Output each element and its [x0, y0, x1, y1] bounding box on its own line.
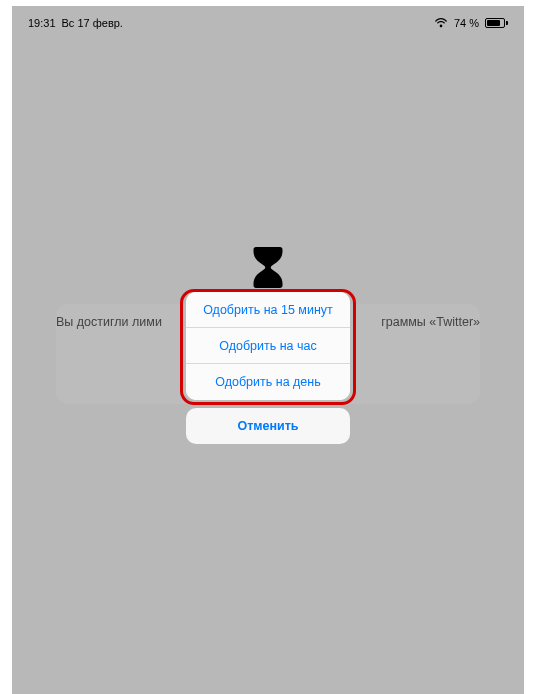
approve-1-hour-button[interactable]: Одобрить на час: [186, 328, 350, 364]
approve-15-min-button[interactable]: Одобрить на 15 минут: [186, 292, 350, 328]
action-sheet: Одобрить на 15 минут Одобрить на час Одо…: [186, 292, 350, 444]
option-label: Одобрить на день: [215, 375, 321, 389]
action-sheet-options-group: Одобрить на 15 минут Одобрить на час Одо…: [186, 292, 350, 400]
status-time: 19:31: [28, 17, 56, 29]
approve-1-day-button[interactable]: Одобрить на день: [186, 364, 350, 400]
hourglass-icon: [242, 241, 294, 293]
battery-icon: [485, 18, 508, 28]
cancel-button[interactable]: Отменить: [186, 408, 350, 444]
cancel-label: Отменить: [237, 419, 298, 433]
wifi-icon: [434, 18, 448, 28]
limit-message-left: Вы достигли лими: [56, 315, 162, 329]
option-label: Одобрить на 15 минут: [203, 303, 333, 317]
status-bar: 19:31 Вс 17 февр. 74 %: [12, 14, 524, 32]
battery-percent: 74 %: [454, 17, 479, 29]
status-date: Вс 17 февр.: [62, 17, 123, 29]
limit-message-right: граммы «Twitter»: [381, 315, 480, 329]
option-label: Одобрить на час: [219, 339, 317, 353]
